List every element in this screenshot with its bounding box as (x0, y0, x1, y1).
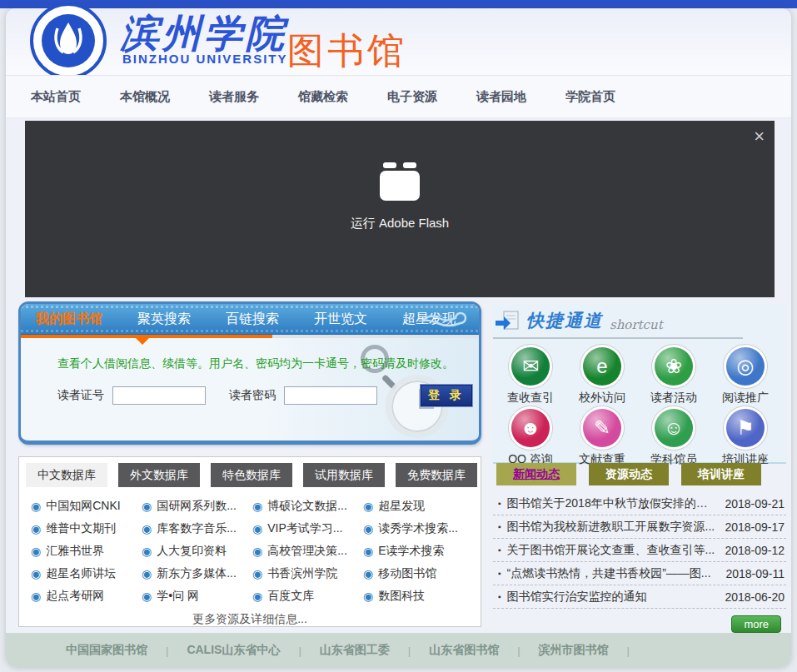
news-tab-bar: 新闻动态资源动态培训讲座 (493, 456, 786, 489)
close-icon[interactable]: × (754, 127, 765, 146)
footer-link[interactable]: 山东省图书馆 (429, 643, 499, 658)
login-form: 读者证号 读者密码 登 录 (57, 385, 479, 406)
news-title-link[interactable]: “点燃读书热情，共建书香校园”——图... (507, 566, 718, 581)
footer-link[interactable]: 滨州市图书馆 (539, 643, 609, 658)
db-link[interactable]: ◉超星发现 (363, 499, 474, 514)
db-link[interactable]: ◉新东方多媒体... (142, 566, 252, 581)
db-link[interactable]: ◉VIP考试学习... (252, 521, 363, 536)
news-item[interactable]: ▪“点燃读书热情，共建书香校园”——图...2018-09-11 (493, 562, 786, 585)
reader-activity-icon: ❀ (655, 347, 693, 386)
more-resources-link[interactable]: 更多资源及详细信息... (19, 612, 481, 627)
login-form-area: 查看个人借阅信息、续借等。用户名、密码均为一卡通号，密码请及时修改。 读者证号 … (21, 338, 479, 445)
cloud-decoration-icon (421, 310, 467, 328)
footer-link[interactable]: 山东省图工委 (320, 643, 390, 658)
db-link[interactable]: ◉超星名师讲坛 (31, 566, 142, 581)
db-tab[interactable]: 中文数据库 (26, 463, 107, 487)
university-name-en: BINZHOU UNIVERSITY (122, 52, 288, 66)
db-tab[interactable]: 免费数据库 (396, 463, 477, 487)
news-title-link[interactable]: 图书馆关于2018年中秋节放假安排的通... (507, 496, 717, 511)
flash-run-label: 运行 Adobe Flash (25, 216, 775, 231)
db-link[interactable]: ◉起点考研网 (31, 589, 142, 604)
flash-placeholder[interactable]: 运行 Adobe Flash (25, 171, 775, 231)
db-link[interactable]: ◉国研网系列数... (142, 499, 252, 514)
footer-link[interactable]: 中国国家图书馆 (66, 643, 147, 658)
db-link[interactable]: ◉学•问 网 (142, 589, 252, 604)
footer-separator: | (627, 645, 630, 657)
db-link[interactable]: ◉移动图书馆 (363, 566, 474, 581)
news-date: 2018-09-11 (725, 567, 785, 580)
reader-id-input[interactable] (112, 386, 206, 405)
db-link[interactable]: ◉中国知网CNKI (31, 499, 142, 514)
news-tab[interactable]: 新闻动态 (496, 463, 576, 485)
news-title-link[interactable]: 关于图书馆开展论文查重、查收查引等... (507, 543, 717, 558)
bullet-icon: ▪ (498, 592, 501, 601)
bullet-icon: ◉ (252, 500, 262, 512)
footer-separator: | (517, 645, 520, 657)
db-link-label: E读学术搜索 (378, 544, 444, 559)
db-link[interactable]: ◉数图科技 (363, 589, 474, 604)
nav-item-3[interactable]: 馆藏检索 (298, 89, 348, 105)
login-tab-bar: 我的图书馆聚英搜索百链搜索开世览文超星发现 (21, 304, 479, 335)
nav-item-1[interactable]: 本馆概况 (120, 89, 170, 105)
news-item[interactable]: ▪图书馆实行治安监控的通知2018-06-20 (493, 585, 786, 609)
reader-password-input[interactable] (284, 386, 377, 405)
shortcut-item[interactable]: ◎阅读推广 (710, 347, 781, 406)
news-item[interactable]: ▪图书馆关于2018年中秋节放假安排的通...2018-09-21 (493, 492, 786, 515)
nav-item-5[interactable]: 读者园地 (476, 89, 526, 105)
news-title-link[interactable]: 图书馆为我校新进教职工开展数字资源... (507, 520, 717, 535)
news-date: 2018-09-21 (725, 497, 785, 510)
nav-item-6[interactable]: 学院首页 (565, 89, 615, 105)
db-link-label: 超星发现 (378, 499, 425, 514)
footer-separator: | (408, 645, 411, 657)
bullet-icon: ◉ (142, 545, 152, 557)
shortcut-subtitle: shortcut (610, 317, 663, 332)
news-more-button[interactable]: more (731, 615, 781, 633)
training-lecture-icon: ⚑ (726, 409, 765, 447)
nav-item-0[interactable]: 本站首页 (31, 89, 81, 105)
db-link[interactable]: ◉E读学术搜索 (363, 544, 474, 559)
db-link[interactable]: ◉人大复印资料 (142, 544, 252, 559)
db-tab[interactable]: 特色数据库 (211, 463, 292, 487)
news-date: 2018-09-17 (725, 520, 785, 534)
bullet-icon: ◉ (142, 568, 152, 580)
db-link[interactable]: ◉高校管理决策... (252, 544, 363, 559)
shortcut-item[interactable]: e校外访问 (566, 347, 638, 406)
db-link[interactable]: ◉博硕论文数据... (252, 499, 363, 514)
login-tab[interactable]: 我的图书馆 (36, 311, 102, 328)
login-tab[interactable]: 聚英搜索 (137, 311, 191, 328)
flash-banner[interactable]: × 运行 Adobe Flash (25, 121, 775, 297)
db-link[interactable]: ◉库客数字音乐... (142, 521, 252, 536)
news-title-link[interactable]: 图书馆实行治安监控的通知 (507, 590, 717, 605)
db-link[interactable]: ◉汇雅书世界 (31, 544, 142, 559)
db-link[interactable]: ◉读秀学术搜索... (363, 521, 474, 536)
database-tab-bar: 中文数据库外文数据库特色数据库试用数据库免费数据库 (19, 457, 481, 487)
login-tab[interactable]: 开世览文 (314, 311, 367, 328)
bullet-icon: ◉ (31, 545, 41, 557)
shortcut-item[interactable]: ✉查收查引 (495, 347, 566, 406)
db-link-label: 国研网系列数... (157, 499, 237, 514)
db-link[interactable]: ◉书香滨州学院 (252, 566, 363, 581)
footer-separator: | (166, 645, 168, 657)
news-tab[interactable]: 培训讲座 (681, 463, 761, 485)
nav-item-4[interactable]: 电子资源 (387, 89, 437, 105)
login-button[interactable]: 登 录 (421, 385, 472, 406)
shortcut-title: 快捷通道 (526, 309, 603, 332)
news-item[interactable]: ▪关于图书馆开展论文查重、查收查引等...2018-09-12 (493, 539, 786, 562)
footer-link[interactable]: CALIS山东省中心 (187, 643, 280, 658)
bullet-icon: ◉ (142, 500, 152, 512)
shortcut-item[interactable]: ❀读者活动 (638, 347, 710, 406)
login-tab[interactable]: 百链搜索 (226, 311, 279, 328)
news-item[interactable]: ▪图书馆为我校新进教职工开展数字资源...2018-09-17 (493, 515, 786, 539)
db-link-label: 人大复印资料 (157, 544, 227, 559)
news-tab[interactable]: 资源动态 (589, 463, 669, 485)
db-link-label: 起点考研网 (46, 589, 104, 604)
nav-item-2[interactable]: 读者服务 (209, 89, 259, 105)
db-link[interactable]: ◉百度文库 (252, 589, 363, 604)
db-tab[interactable]: 外文数据库 (118, 463, 200, 487)
db-link-label: 高校管理决策... (267, 544, 347, 559)
db-link[interactable]: ◉维普中文期刊 (31, 521, 142, 536)
db-tab[interactable]: 试用数据库 (303, 463, 385, 487)
bullet-icon: ◉ (252, 590, 262, 602)
bullet-icon: ▪ (498, 545, 501, 555)
database-panel: 中文数据库外文数据库特色数据库试用数据库免费数据库 ◉中国知网CNKI◉国研网系… (18, 456, 481, 627)
